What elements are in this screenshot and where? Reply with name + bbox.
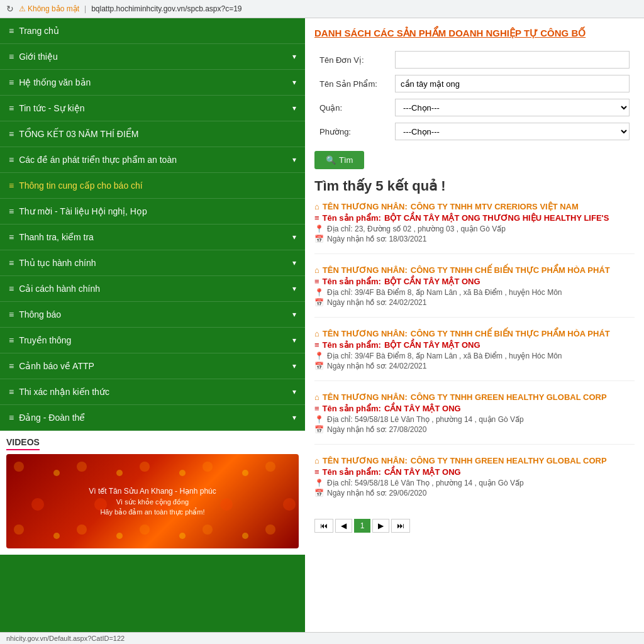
san-pham-input[interactable] (395, 75, 630, 92)
sidebar-item-5[interactable]: ≡ Các đề án phát triển thực phẩm an toàn… (0, 147, 305, 173)
result-product-4[interactable]: ≡ Tên sản phẩm: CẦN TÂY MẬT ONG (314, 467, 635, 477)
don-vi-input[interactable] (395, 51, 630, 69)
product-label-2: Tên sản phẩm: (323, 340, 381, 350)
cal-icon-4: 📅 (314, 489, 324, 497)
product-menu-icon-4: ≡ (314, 467, 319, 477)
result-company-2[interactable]: ⌂ TÊN THƯƠNG NHÂN: CÔNG TY TNHH CHẾ BIẾN… (314, 329, 635, 338)
pagination-last[interactable]: ⏭ (391, 519, 410, 533)
menu-icon-5: ≡ (9, 155, 14, 165)
home-icon-2: ⌂ (314, 329, 319, 338)
product-name-1: BỘT CẦN TÂY MẬT ONG (384, 277, 480, 286)
security-warning: ⚠ Không bảo mật (19, 4, 79, 13)
sidebar-item-label-14: Thi xác nhận kiến thức (19, 387, 109, 397)
sidebar-item-4[interactable]: ≡ TỔNG KẾT 03 NĂM THÍ ĐIỂM (0, 121, 305, 147)
chevron-icon-5: ▾ (292, 155, 296, 164)
results-container: ⌂ TÊN THƯƠNG NHÂN: CÔNG TY TNHH MTV CRER… (314, 202, 635, 508)
sidebar-item-3[interactable]: ≡ Tin tức - Sự kiện ▾ (0, 96, 305, 121)
menu-icon-14: ≡ (9, 387, 14, 397)
sidebar-item-label-4: TỔNG KẾT 03 NĂM THÍ ĐIỂM (19, 129, 138, 139)
sidebar-item-13[interactable]: ≡ Cảnh báo về ATTP ▾ (0, 353, 305, 379)
sidebar-item-7[interactable]: ≡ Thư mời - Tài liệu Hội nghị, Họp (0, 199, 305, 225)
pagination: ⏮ ◀ 1 ▶ ⏭ (314, 519, 635, 533)
pagination-first[interactable]: ⏮ (314, 519, 333, 533)
search-icon: 🔍 (326, 155, 336, 165)
sidebar-item-0[interactable]: ≡ Trang chủ (0, 18, 305, 44)
result-item-2: ⌂ TÊN THƯƠNG NHÂN: CÔNG TY TNHH CHẾ BIẾN… (314, 329, 635, 381)
company-name-1: CÔNG TY TNHH CHẾ BIẾN THỰC PHẨM HÒA PHÁT (411, 265, 610, 275)
pagination-current[interactable]: 1 (354, 519, 370, 533)
result-address-3: 📍 Địa chỉ: 549/58/18 Lê Văn Thọ , phường… (314, 415, 635, 424)
sidebar-item-left-12: ≡ Truyền thông (9, 335, 71, 345)
address-text-2: Địa chỉ: 39/4F Bà Điểm 8, ấp Nam Lân , x… (327, 352, 562, 360)
sidebar-item-15[interactable]: ≡ Đảng - Đoàn thể ▾ (0, 405, 305, 431)
sidebar-item-14[interactable]: ≡ Thi xác nhận kiến thức ▾ (0, 379, 305, 405)
sidebar: ≡ Trang chủ ≡ Giới thiệu ▾ ≡ Hệ thống vă… (0, 18, 305, 641)
sidebar-item-10[interactable]: ≡ Cải cách hành chính ▾ (0, 276, 305, 302)
result-product-1[interactable]: ≡ Tên sản phẩm: BỘT CẦN TÂY MẬT ONG (314, 277, 635, 286)
sidebar-item-6[interactable]: ≡ Thông tin cung cấp cho báo chí (0, 173, 305, 199)
video-thumbnail[interactable]: Vì tết Tân Sửu An Khang - Hạnh phúc Vì s… (6, 454, 299, 548)
videos-section: VIDEOS Vì tết Tân Sửu An Khang - Hạnh ph… (0, 431, 305, 555)
url-bar[interactable]: bqlattp.hochiminhcity.gov.vn/spcb.aspx?c… (91, 4, 242, 13)
pagination-prev[interactable]: ◀ (335, 519, 352, 533)
sidebar-item-11[interactable]: ≡ Thông báo ▾ (0, 302, 305, 328)
pin-icon-4: 📍 (314, 479, 324, 487)
result-company-1[interactable]: ⌂ TÊN THƯƠNG NHÂN: CÔNG TY TNHH CHẾ BIẾN… (314, 265, 635, 275)
result-company-4[interactable]: ⌂ TÊN THƯƠNG NHÂN: CÔNG TY TNHH GREEN HE… (314, 456, 635, 465)
sidebar-item-left-11: ≡ Thông báo (9, 309, 61, 319)
browser-bar: ↻ ⚠ Không bảo mật | bqlattp.hochiminhcit… (0, 0, 644, 18)
result-product-2[interactable]: ≡ Tên sản phẩm: BỘT CẦN TÂY MẬT ONG (314, 340, 635, 350)
menu-icon-10: ≡ (9, 284, 14, 294)
video-line2: Vì sức khỏe cộng đồng (89, 497, 216, 508)
result-item-1: ⌂ TÊN THƯƠNG NHÂN: CÔNG TY TNHH CHẾ BIẾN… (314, 265, 635, 318)
result-company-3[interactable]: ⌂ TÊN THƯƠNG NHÂN: CÔNG TY TNHH GREEN HE… (314, 392, 635, 402)
chevron-icon-2: ▾ (292, 78, 296, 87)
chevron-icon-3: ▾ (292, 104, 296, 113)
chevron-icon-1: ▾ (292, 52, 296, 61)
phuong-select[interactable]: ---Chọn--- (395, 123, 630, 140)
result-item-4: ⌂ TÊN THƯƠNG NHÂN: CÔNG TY TNHH GREEN HE… (314, 456, 635, 508)
sidebar-item-left-5: ≡ Các đề án phát triển thực phẩm an toàn (9, 155, 177, 165)
result-address-2: 📍 Địa chỉ: 39/4F Bà Điểm 8, ấp Nam Lân ,… (314, 352, 635, 360)
result-product-0[interactable]: ≡ Tên sản phẩm: BỘT CẦN TÂY MẬT ONG THƯƠ… (314, 213, 635, 223)
sidebar-item-2[interactable]: ≡ Hệ thống văn bản ▾ (0, 70, 305, 96)
sidebar-item-label-1: Giới thiệu (19, 52, 58, 62)
product-label-1: Tên sản phẩm: (323, 277, 381, 286)
product-label-4: Tên sản phẩm: (323, 467, 381, 477)
refresh-icon[interactable]: ↻ (6, 4, 14, 14)
result-company-0[interactable]: ⌂ TÊN THƯƠNG NHÂN: CÔNG TY TNHH MTV CRER… (314, 202, 635, 211)
home-icon-0: ⌂ (314, 202, 319, 211)
sidebar-item-left-4: ≡ TỔNG KẾT 03 NĂM THÍ ĐIỂM (9, 129, 138, 139)
result-product-3[interactable]: ≡ Tên sản phẩm: CẦN TÂY MẬT ONG (314, 404, 635, 413)
sidebar-item-1[interactable]: ≡ Giới thiệu ▾ (0, 44, 305, 70)
sidebar-item-label-7: Thư mời - Tài liệu Hội nghị, Họp (19, 206, 147, 216)
product-menu-icon-3: ≡ (314, 404, 319, 413)
label-quan: Quận: (314, 96, 390, 119)
sidebar-item-9[interactable]: ≡ Thủ tục hành chính ▾ (0, 250, 305, 276)
result-date-1: 📅 Ngày nhận hồ sơ: 24/02/2021 (314, 298, 635, 307)
sidebar-item-left-7: ≡ Thư mời - Tài liệu Hội nghị, Họp (9, 206, 147, 216)
result-address-0: 📍 Địa chỉ: 23, Đường số 02 , phường 03 ,… (314, 225, 635, 233)
result-item-0: ⌂ TÊN THƯƠNG NHÂN: CÔNG TY TNHH MTV CRER… (314, 202, 635, 254)
menu-icon-3: ≡ (9, 103, 14, 113)
main-content: DANH SÁCH CÁC SẢN PHẨM DOANH NGHIỆP TỰ C… (305, 18, 644, 641)
product-label-3: Tên sản phẩm: (323, 404, 381, 413)
sidebar-item-left-10: ≡ Cải cách hành chính (9, 284, 100, 294)
quan-select[interactable]: ---Chọn--- (395, 99, 630, 116)
menu-icon-8: ≡ (9, 232, 14, 242)
search-button[interactable]: 🔍 Tìm (314, 151, 364, 169)
video-line3: Hãy bảo đảm an toàn thực phẩm! (89, 507, 216, 518)
sidebar-item-8[interactable]: ≡ Thanh tra, kiểm tra ▾ (0, 225, 305, 250)
sidebar-item-12[interactable]: ≡ Truyền thông ▾ (0, 328, 305, 353)
menu-icon-13: ≡ (9, 361, 14, 371)
sidebar-item-label-10: Cải cách hành chính (19, 284, 100, 294)
search-button-label: Tìm (339, 155, 353, 165)
pagination-next[interactable]: ▶ (372, 519, 389, 533)
videos-title: VIDEOS (6, 437, 40, 450)
address-text-4: Địa chỉ: 549/58/18 Lê Văn Thọ , phường 1… (327, 479, 524, 487)
product-menu-icon-1: ≡ (314, 277, 319, 286)
result-date-3: 📅 Ngày nhận hồ sơ: 27/08/2020 (314, 425, 635, 434)
address-text-1: Địa chỉ: 39/4F Bà Điểm 8, ấp Nam Lân , x… (327, 288, 562, 297)
home-icon-4: ⌂ (314, 456, 319, 465)
sidebar-item-left-6: ≡ Thông tin cung cấp cho báo chí (9, 180, 143, 191)
